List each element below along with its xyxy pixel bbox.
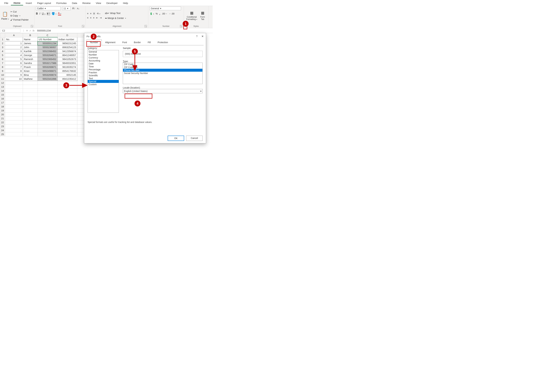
fx-icon[interactable]: fx (33, 29, 35, 32)
increase-decimal-icon[interactable]: .00→ (162, 12, 167, 15)
format-table-button[interactable]: Form Tab (199, 16, 206, 20)
cell-C11[interactable]: 5552341896 (38, 77, 57, 81)
category-item-number[interactable]: Number (88, 53, 119, 56)
row-header-23[interactable]: 23 (0, 124, 5, 128)
cell-B20[interactable] (23, 112, 38, 117)
decrease-decimal-icon[interactable]: ←.00 (169, 12, 174, 15)
cell-C10[interactable]: 5553269874 (38, 73, 57, 77)
cell-C3[interactable]: 5555236957 (38, 45, 57, 49)
formula-dropdown-icon[interactable]: ⋮ (22, 29, 25, 32)
cell-D4[interactable]: 9412356874 (57, 49, 77, 53)
ok-button[interactable]: OK (168, 136, 184, 141)
cancel-formula-icon[interactable]: ✕ (26, 29, 28, 32)
increase-font-icon[interactable]: A↑ (72, 7, 75, 10)
cell-D19[interactable] (57, 109, 77, 112)
category-item-percentage[interactable]: Percentage (88, 68, 119, 71)
cell-C23[interactable] (38, 124, 57, 128)
tab-formulas[interactable]: Formulas (54, 1, 69, 5)
cell-C13[interactable] (38, 85, 57, 89)
cell-A10[interactable]: 9 (5, 73, 23, 77)
underline-button[interactable]: U (42, 12, 45, 15)
font-launcher-icon[interactable]: ⤡ (82, 25, 84, 27)
cell-C7[interactable]: 5553217986 (38, 61, 57, 65)
row-header-22[interactable]: 22 (0, 120, 5, 124)
cell-D11[interactable]: 8941235412 (57, 77, 77, 81)
cell-B14[interactable] (23, 89, 38, 93)
cell-D8[interactable]: 9610035274 (57, 65, 77, 69)
decrease-font-icon[interactable]: A↓ (77, 7, 79, 10)
row-header-2[interactable]: 2 (0, 41, 5, 45)
increase-indent-icon[interactable]: ⇥ (100, 17, 102, 19)
formula-input[interactable]: 5555551234 (36, 29, 213, 32)
cell-B18[interactable] (23, 105, 38, 109)
row-header-4[interactable]: 4 (0, 49, 5, 53)
wrap-text-button[interactable]: ab↵Wrap Text (104, 12, 127, 15)
row-header-6[interactable]: 6 (0, 57, 5, 61)
cell-C17[interactable] (38, 101, 57, 105)
font-name-dropdown[interactable]: Calibri▾ (36, 6, 61, 10)
category-item-custom[interactable]: Custom (88, 83, 119, 86)
cell-B21[interactable] (23, 117, 38, 120)
cell-A8[interactable]: 7 (5, 65, 23, 69)
cell-B5[interactable]: George (23, 53, 38, 57)
category-item-special[interactable]: Special (88, 80, 119, 83)
cell-A25[interactable] (5, 132, 23, 136)
cell-D1[interactable]: Indian number (57, 37, 77, 41)
cell-D3[interactable]: 8963254123 (57, 45, 77, 49)
cell-D9[interactable]: 8954176632 (57, 69, 77, 73)
cell-C16[interactable] (38, 97, 57, 101)
align-bottom-icon[interactable]: ≡ (93, 12, 95, 15)
cell-C8[interactable]: 5553269871 (38, 65, 57, 69)
cell-B7[interactable]: Sandra (23, 61, 38, 65)
row-header-12[interactable]: 12 (0, 81, 5, 85)
category-item-time[interactable]: Time (88, 65, 119, 68)
cell-D6[interactable]: 9841052673 (57, 57, 77, 61)
cell-B2[interactable]: James (23, 41, 38, 45)
col-header-B[interactable]: B (23, 33, 38, 37)
cell-A18[interactable] (5, 105, 23, 109)
dialog-help-icon[interactable]: ? (196, 35, 197, 38)
cell-B25[interactable] (23, 132, 38, 136)
category-item-accounting[interactable]: Accounting (88, 59, 119, 62)
cell-C1[interactable]: US Number (38, 37, 57, 41)
row-header-1[interactable]: 1 (0, 37, 5, 41)
category-item-currency[interactable]: Currency (88, 56, 119, 59)
cell-C14[interactable] (38, 89, 57, 93)
tab-view[interactable]: View (93, 1, 104, 5)
cell-A13[interactable] (5, 85, 23, 89)
tab-data[interactable]: Data (69, 1, 80, 5)
cell-B22[interactable] (23, 120, 38, 124)
cell-B24[interactable] (23, 128, 38, 132)
cell-B16[interactable] (23, 97, 38, 101)
row-header-3[interactable]: 3 (0, 45, 5, 49)
cell-B1[interactable]: Name (23, 37, 38, 41)
alignment-launcher-icon[interactable]: ⤡ (145, 25, 147, 27)
row-header-18[interactable]: 18 (0, 105, 5, 109)
align-right-icon[interactable]: ≡ (93, 17, 94, 19)
cell-D18[interactable] (57, 105, 77, 109)
cell-C15[interactable] (38, 93, 57, 97)
conditional-formatting-button[interactable]: Conditional Formatting (185, 16, 198, 20)
cell-D21[interactable] (57, 117, 77, 120)
cell-A21[interactable] (5, 117, 23, 120)
dialog-tab-alignment[interactable]: Alignment (102, 40, 119, 45)
percent-icon[interactable]: % (156, 12, 158, 15)
cell-A20[interactable] (5, 112, 23, 117)
tab-home[interactable]: Home (11, 0, 23, 6)
cell-A5[interactable]: 4 (5, 53, 23, 57)
cell-A14[interactable] (5, 89, 23, 93)
orientation-icon[interactable]: ⟲ (97, 12, 100, 15)
select-all[interactable] (0, 33, 5, 37)
cell-B12[interactable] (23, 81, 38, 85)
row-header-13[interactable]: 13 (0, 85, 5, 89)
align-center-icon[interactable]: ≡ (90, 17, 91, 19)
cell-B17[interactable] (23, 101, 38, 105)
cell-B6[interactable]: Ramesh (23, 57, 38, 61)
cell-C25[interactable] (38, 132, 57, 136)
currency-icon[interactable]: 💲 (150, 12, 154, 15)
row-header-25[interactable]: 25 (0, 132, 5, 136)
cell-D15[interactable] (57, 93, 77, 97)
paste-button[interactable]: Paste (1, 18, 9, 20)
cell-A6[interactable]: 5 (5, 57, 23, 61)
row-header-7[interactable]: 7 (0, 61, 5, 65)
